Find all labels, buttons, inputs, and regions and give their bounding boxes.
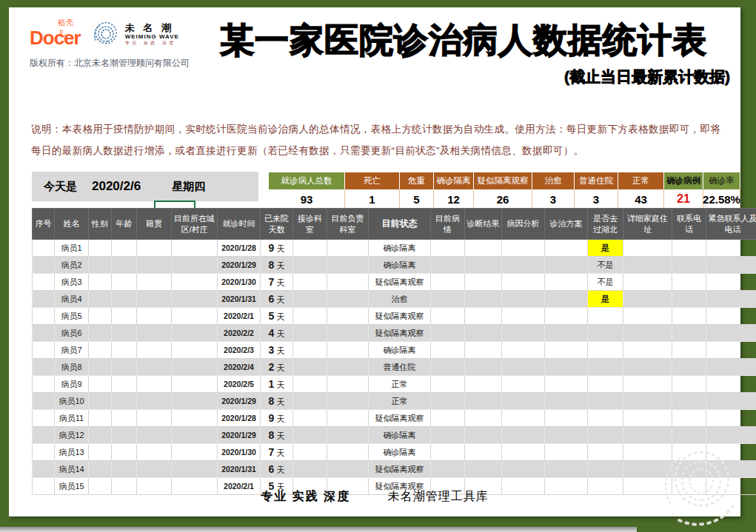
table-cell[interactable] [706,291,756,308]
table-cell[interactable] [502,410,545,427]
table-cell[interactable] [172,308,218,325]
table-cell[interactable] [502,274,545,291]
table-cell[interactable] [89,359,112,376]
column-header[interactable]: 姓名 [55,209,89,240]
table-cell[interactable]: 7天 [261,274,293,291]
table-cell[interactable] [672,461,706,478]
table-cell[interactable] [327,257,369,274]
table-cell[interactable]: 不是 [588,257,623,274]
table-cell[interactable] [89,376,112,393]
table-cell[interactable] [672,257,706,274]
table-cell[interactable] [431,257,465,274]
table-cell[interactable] [293,240,327,257]
table-cell[interactable] [502,461,545,478]
table-cell[interactable] [502,308,545,325]
table-cell[interactable]: 2020/2/5 [218,376,261,393]
table-cell[interactable] [137,325,172,342]
table-cell[interactable]: 9天 [261,410,293,427]
table-cell[interactable] [112,274,137,291]
table-cell[interactable]: 2天 [261,359,293,376]
table-cell[interactable] [293,342,327,359]
table-cell[interactable] [431,325,465,342]
stat-label[interactable]: 确诊隔离 [434,172,474,189]
table-cell[interactable] [293,427,327,444]
table-cell[interactable] [89,342,112,359]
table-cell[interactable]: 2020/1/30 [218,274,261,291]
table-cell[interactable] [172,325,218,342]
table-cell[interactable]: 普通住院 [369,359,431,376]
table-cell[interactable] [706,308,756,325]
table-cell[interactable] [545,427,588,444]
table-cell[interactable] [706,376,756,393]
table-cell[interactable] [465,359,502,376]
table-cell[interactable] [588,325,623,342]
table-cell[interactable] [431,274,465,291]
table-cell[interactable] [672,410,706,427]
table-cell[interactable] [545,291,588,308]
table-cell[interactable] [172,342,218,359]
table-cell[interactable] [706,393,756,410]
table-cell[interactable] [706,359,756,376]
table-cell[interactable]: 病员2 [55,257,89,274]
table-cell[interactable] [672,376,706,393]
stat-label[interactable]: 正常 [618,172,664,189]
table-cell[interactable] [137,410,172,427]
table-cell[interactable] [465,257,502,274]
table-cell[interactable] [112,325,137,342]
table-cell[interactable] [465,308,502,325]
table-cell[interactable] [465,410,502,427]
table-cell[interactable]: 不是 [588,274,623,291]
column-header[interactable]: 目前所在城区/村庄 [172,209,218,240]
table-cell[interactable] [293,257,327,274]
table-cell[interactable]: 2020/2/1 [218,308,261,325]
stat-value[interactable]: 21 [664,189,703,209]
table-cell[interactable] [502,376,545,393]
table-cell[interactable] [672,393,706,410]
stat-value[interactable]: 93 [269,189,345,209]
table-cell[interactable]: 病员1 [55,240,89,257]
stat-value[interactable]: 22.58% [703,189,740,209]
stat-value[interactable]: 43 [618,189,664,209]
table-cell[interactable] [327,376,369,393]
table-cell[interactable] [172,240,218,257]
table-cell[interactable] [465,291,502,308]
table-cell[interactable]: 病员5 [55,308,89,325]
table-cell[interactable] [293,308,327,325]
table-cell[interactable] [706,444,756,461]
table-cell[interactable] [545,410,588,427]
table-cell[interactable] [137,274,172,291]
column-header[interactable]: 序号 [33,209,55,240]
table-cell[interactable] [33,342,55,359]
table-cell[interactable]: 病员6 [55,325,89,342]
table-cell[interactable] [545,257,588,274]
table-cell[interactable]: 1天 [261,376,293,393]
table-cell[interactable] [431,393,465,410]
column-header[interactable]: 目前负责科室 [327,209,369,240]
table-cell[interactable]: 2020/1/31 [218,291,261,308]
table-cell[interactable] [623,461,672,478]
table-cell[interactable] [112,240,137,257]
table-cell[interactable] [706,274,756,291]
table-cell[interactable] [293,376,327,393]
table-cell[interactable]: 8天 [261,257,293,274]
table-cell[interactable]: 8天 [261,393,293,410]
table-cell[interactable] [327,308,369,325]
stat-label[interactable]: 普通住院 [575,172,618,189]
table-cell[interactable] [33,410,55,427]
table-cell[interactable] [672,274,706,291]
table-cell[interactable] [112,461,137,478]
stat-label[interactable]: 确诊率 [703,172,740,189]
table-cell[interactable] [588,427,623,444]
stat-value[interactable]: 26 [474,189,532,209]
table-cell[interactable]: 7天 [261,444,293,461]
table-cell[interactable] [545,342,588,359]
table-cell[interactable] [137,393,172,410]
table-cell[interactable] [327,410,369,427]
table-cell[interactable] [502,359,545,376]
table-cell[interactable] [672,359,706,376]
table-cell[interactable] [465,325,502,342]
table-cell[interactable] [431,410,465,427]
table-cell[interactable] [293,393,327,410]
table-cell[interactable] [137,291,172,308]
table-cell[interactable] [33,291,55,308]
